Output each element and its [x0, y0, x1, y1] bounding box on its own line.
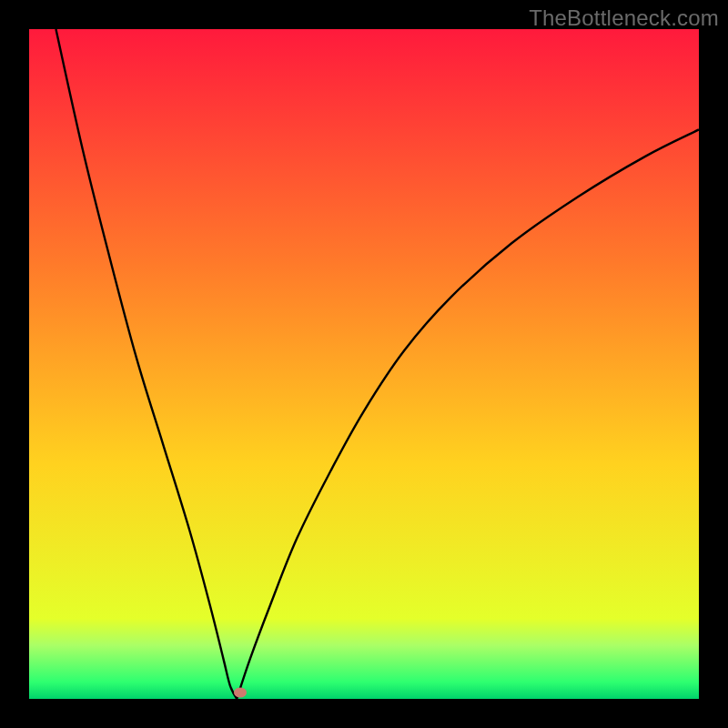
chart-frame: TheBottleneck.com	[0, 0, 728, 728]
minimum-marker	[234, 687, 247, 697]
curve-right-branch	[237, 129, 699, 699]
curve-svg	[29, 29, 699, 699]
plot-area	[29, 29, 699, 699]
curve-left-branch	[56, 29, 237, 699]
watermark-text: TheBottleneck.com	[529, 5, 719, 31]
